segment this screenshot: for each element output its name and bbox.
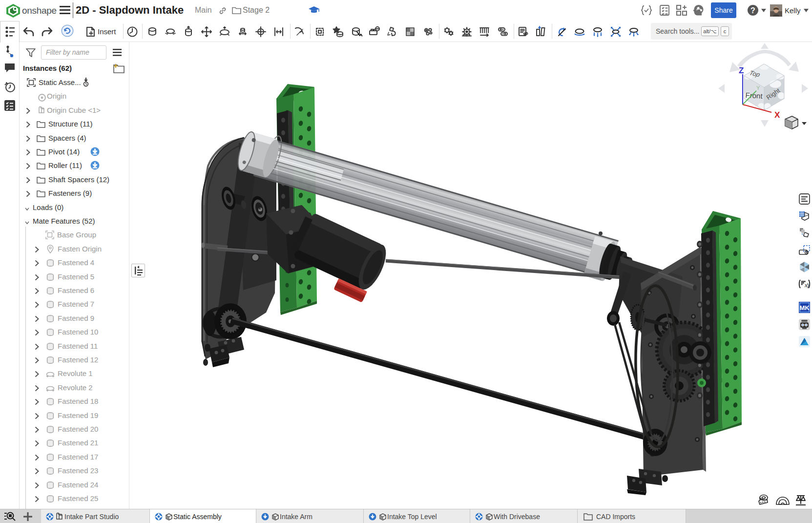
- svg-text:Y: Y: [756, 85, 760, 91]
- svg-text:Z: Z: [739, 66, 744, 75]
- svg-text:X: X: [774, 110, 780, 120]
- svg-text:?: ?: [750, 6, 755, 15]
- svg-text:MK: MK: [799, 304, 810, 312]
- svg-text:): ): [807, 282, 809, 288]
